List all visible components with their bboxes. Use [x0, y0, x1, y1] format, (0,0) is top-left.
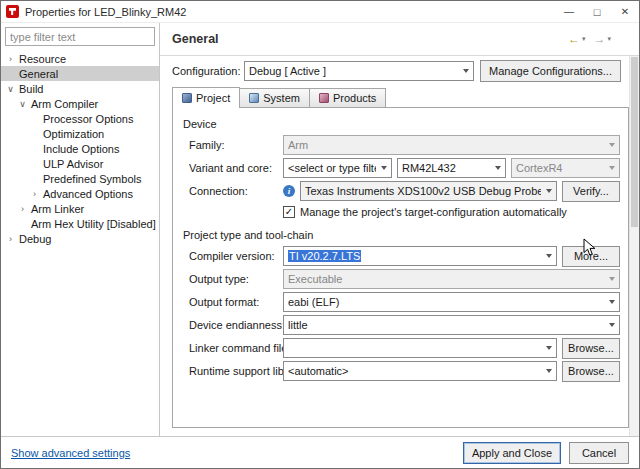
collapse-arrow-icon[interactable]: › — [5, 234, 16, 244]
back-arrow-icon[interactable]: ← — [568, 32, 580, 46]
window-controls: — □ ✕ — [555, 1, 639, 22]
project-tab-icon — [182, 93, 192, 103]
system-tab-icon — [249, 93, 259, 103]
configuration-label: Configuration: — [172, 65, 244, 77]
dropdown-arrow-icon[interactable] — [458, 62, 473, 80]
configuration-select[interactable]: Debug [ Active ] — [244, 61, 474, 81]
device-select[interactable]: RM42L432 — [397, 158, 506, 178]
filter-input[interactable] — [5, 27, 155, 46]
tree-item-include-options[interactable]: Include Options — [1, 141, 159, 156]
close-button[interactable]: ✕ — [611, 1, 639, 22]
tab-products[interactable]: Products — [309, 88, 386, 107]
verify-button[interactable]: Verify... — [562, 181, 620, 202]
dropdown-arrow-icon[interactable] — [541, 247, 556, 265]
tree-item-arm-hex-utility[interactable]: Arm Hex Utility [Disabled] — [1, 216, 159, 231]
collapse-arrow-icon[interactable]: › — [29, 189, 40, 199]
expand-arrow-icon[interactable]: ∨ — [5, 84, 16, 94]
runtime-library-row: Runtime support library: <automatic> Bro… — [181, 361, 620, 381]
forward-arrow-icon[interactable]: → — [593, 32, 605, 46]
output-format-select[interactable]: eabi (ELF) — [283, 292, 620, 312]
tree-item-label: General — [16, 68, 61, 80]
tree-item-general[interactable]: General — [1, 66, 159, 81]
dropdown-arrow-icon[interactable] — [490, 159, 505, 177]
variant-filter-select[interactable]: <select or type filter text> — [283, 158, 392, 178]
tab-system[interactable]: System — [239, 88, 310, 107]
products-tab-icon — [319, 93, 329, 103]
dropdown-arrow-icon — [604, 270, 619, 288]
tree-item-arm-linker[interactable]: › Arm Linker — [1, 201, 159, 216]
show-advanced-settings-link[interactable]: Show advanced settings — [11, 447, 130, 459]
compiler-version-select[interactable]: TI v20.2.7.LTS — [283, 246, 557, 266]
output-format-value: eabi (ELF) — [284, 296, 604, 308]
endianness-value: little — [284, 319, 604, 331]
endianness-row: Device endianness: little — [181, 315, 620, 335]
dropdown-arrow-icon[interactable] — [541, 339, 556, 357]
tree-item-build[interactable]: ∨ Build — [1, 81, 159, 96]
history-nav: ← ▾ → ▾ — [568, 32, 617, 46]
cancel-button[interactable]: Cancel — [569, 442, 629, 464]
tree-item-label: Build — [16, 83, 46, 95]
compiler-version-label: Compiler version: — [189, 250, 283, 262]
variant-label: Variant and core: — [189, 162, 283, 174]
connection-label: Connection: — [189, 185, 283, 197]
back-dropdown-icon[interactable]: ▾ — [582, 35, 586, 43]
properties-tree: › Resource General ∨ Build ∨ Arm Compile… — [1, 51, 159, 436]
collapse-arrow-icon[interactable]: › — [5, 54, 16, 64]
scrollbar-thumb[interactable] — [631, 57, 638, 227]
tab-project[interactable]: Project — [172, 87, 240, 108]
tree-item-predefined-symbols[interactable]: Predefined Symbols — [1, 171, 159, 186]
page-header: General ← ▾ → ▾ — [160, 23, 639, 56]
output-format-label: Output format: — [189, 296, 283, 308]
tree-item-label: Debug — [16, 233, 54, 245]
tree-item-resource[interactable]: › Resource — [1, 51, 159, 66]
auto-manage-checkbox[interactable]: ✓ — [283, 206, 295, 218]
title-bar: Properties for LED_Blinky_RM42 — □ ✕ — [1, 1, 639, 23]
linker-command-label: Linker command file: — [189, 342, 283, 354]
minimize-button[interactable]: — — [555, 1, 583, 22]
tree-item-optimization[interactable]: Optimization — [1, 126, 159, 141]
window-title: Properties for LED_Blinky_RM42 — [25, 6, 555, 18]
configuration-row: Configuration: Debug [ Active ] Manage C… — [160, 56, 639, 86]
expand-arrow-icon[interactable]: ∨ — [17, 99, 28, 109]
manage-configurations-button[interactable]: Manage Configurations... — [480, 60, 621, 82]
dropdown-arrow-icon[interactable] — [376, 159, 391, 177]
endianness-select[interactable]: little — [283, 315, 620, 335]
tree-item-label: Arm Hex Utility [Disabled] — [28, 218, 159, 230]
connection-row: Connection: i Texas Instruments XDS100v2… — [181, 181, 620, 201]
tree-item-processor-options[interactable]: Processor Options — [1, 111, 159, 126]
collapse-arrow-icon[interactable]: › — [17, 204, 28, 214]
family-label: Family: — [189, 139, 283, 151]
dropdown-arrow-icon[interactable] — [541, 182, 556, 200]
forward-dropdown-icon[interactable]: ▾ — [607, 35, 611, 43]
variant-filter-value: <select or type filter text> — [284, 162, 376, 174]
runtime-library-select[interactable]: <automatic> — [283, 361, 557, 381]
tree-item-label: Arm Compiler — [28, 98, 101, 110]
configuration-value: Debug [ Active ] — [245, 65, 458, 77]
page-title: General — [172, 32, 568, 46]
output-format-row: Output format: eabi (ELF) — [181, 292, 620, 312]
maximize-button[interactable]: □ — [583, 1, 611, 22]
tree-item-label: Processor Options — [40, 113, 136, 125]
properties-sidebar: › Resource General ∨ Build ∨ Arm Compile… — [1, 23, 160, 436]
compiler-version-row: Compiler version: TI v20.2.7.LTS More... — [181, 246, 620, 266]
linker-command-select[interactable] — [283, 338, 557, 358]
linker-browse-button[interactable]: Browse... — [562, 338, 620, 359]
more-button[interactable]: More... — [562, 246, 620, 267]
tree-item-arm-compiler[interactable]: ∨ Arm Compiler — [1, 96, 159, 111]
endianness-label: Device endianness: — [189, 319, 283, 331]
runtime-browse-button[interactable]: Browse... — [562, 361, 620, 382]
dropdown-arrow-icon[interactable] — [604, 316, 619, 334]
tree-item-advanced-options[interactable]: › Advanced Options — [1, 186, 159, 201]
dropdown-arrow-icon — [604, 136, 619, 154]
general-page: General ← ▾ → ▾ Configuration: Debug [ A… — [160, 23, 639, 436]
apply-and-close-button[interactable]: Apply and Close — [463, 442, 561, 464]
tree-item-label: Advanced Options — [40, 188, 136, 200]
tree-item-ulp-advisor[interactable]: ULP Advisor — [1, 156, 159, 171]
tree-item-label: ULP Advisor — [40, 158, 106, 170]
dropdown-arrow-icon[interactable] — [541, 362, 556, 380]
dropdown-arrow-icon[interactable] — [604, 293, 619, 311]
tree-item-label: Arm Linker — [28, 203, 87, 215]
tree-item-debug[interactable]: › Debug — [1, 231, 159, 246]
connection-select[interactable]: Texas Instruments XDS100v2 USB Debug Pro… — [300, 181, 557, 201]
vertical-scrollbar[interactable] — [629, 56, 639, 436]
